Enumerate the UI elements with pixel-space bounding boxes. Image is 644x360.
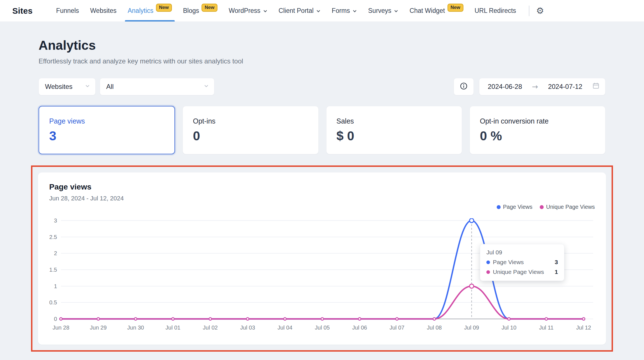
stat-card-opt-ins[interactable]: Opt-ins 0 [183, 106, 318, 154]
nav-item-url-redirects[interactable]: URL Redirects [469, 0, 522, 22]
tooltip-series-value: 1 [555, 269, 558, 275]
filter-bar-right: 2024-06-28 → 2024-07-12 [454, 78, 605, 95]
chart-date-range: Jun 28, 2024 - Jul 12, 2024 [49, 195, 595, 202]
y-axis-tick-label: 0 [54, 316, 57, 322]
info-button[interactable] [454, 78, 474, 95]
highlight-annotation: Page views Jun 28, 2024 - Jul 12, 2024 P… [31, 165, 613, 352]
chevron-down-icon [203, 83, 209, 91]
stat-cards-row: Page views 3 Opt-ins 0 Sales $ 0 Opt-in … [39, 106, 605, 154]
legend-label: Page Views [503, 204, 532, 210]
data-point-unique-page-views-jul-06[interactable] [358, 318, 361, 320]
app-brand: Sites [12, 6, 33, 16]
stat-card-sales[interactable]: Sales $ 0 [326, 106, 462, 154]
nav-item-funnels[interactable]: Funnels [51, 0, 85, 22]
start-date[interactable]: 2024-06-28 [488, 83, 522, 91]
nav-item-label: Websites [90, 7, 117, 15]
top-navigation-bar: Sites FunnelsWebsitesAnalyticsNewBlogsNe… [0, 0, 644, 22]
gear-icon[interactable]: ⚙ [532, 5, 548, 16]
main-content: Analytics Effortlessly track and analyze… [0, 22, 644, 352]
nav-item-surveys[interactable]: Surveys [363, 0, 404, 22]
nav-item-label: Funnels [56, 7, 79, 15]
stat-label: Sales [337, 117, 452, 125]
type-select-value: Websites [45, 83, 72, 91]
series-color-dot [486, 270, 490, 274]
data-point-unique-page-views-jun-28[interactable] [60, 318, 62, 320]
x-axis-tick-label: Jul 05 [315, 325, 330, 331]
stat-label: Page views [49, 117, 164, 125]
data-point-unique-page-views-jun-30[interactable] [134, 318, 137, 320]
date-range-picker[interactable]: 2024-06-28 → 2024-07-12 [479, 78, 605, 95]
data-point-unique-page-views-jul-05[interactable] [321, 318, 324, 320]
x-axis-tick-label: Jul 10 [501, 325, 516, 331]
chevron-down-icon [316, 9, 321, 13]
stat-card-page-views[interactable]: Page views 3 [39, 106, 175, 154]
y-axis-tick-label: 1.5 [49, 267, 57, 273]
x-axis-tick-label: Jul 03 [240, 325, 255, 331]
analytics-page: Sites FunnelsWebsitesAnalyticsNewBlogsNe… [0, 0, 644, 360]
nav-item-client-portal[interactable]: Client Portal [273, 0, 326, 22]
chevron-down-icon [85, 83, 90, 91]
tooltip-series-label: Page Views [493, 259, 524, 266]
x-axis-tick-label: Jul 08 [427, 325, 442, 331]
x-axis-tick-label: Jul 11 [539, 325, 553, 331]
filter-bar: Websites All 2024-06-28 [39, 78, 605, 95]
data-point-unique-page-views-jul-08[interactable] [433, 318, 435, 320]
data-point-unique-page-views-jul-03[interactable] [246, 318, 249, 320]
x-axis-tick-label: Jun 29 [90, 325, 107, 331]
stat-value: 0 [193, 128, 308, 143]
nav-item-wordpress[interactable]: WordPress [223, 0, 273, 22]
chevron-down-icon [394, 9, 398, 13]
series-color-dot [486, 260, 490, 264]
data-point-unique-page-views-jul-09[interactable] [470, 284, 474, 288]
primary-nav: FunnelsWebsitesAnalyticsNewBlogsNewWordP… [51, 0, 522, 22]
chevron-down-icon [263, 9, 267, 13]
site-select[interactable]: All [100, 78, 214, 95]
chart-tooltip: Jul 09 Page Views3Unique Page Views1 [480, 244, 564, 281]
x-axis-tick-label: Jun 30 [127, 325, 144, 331]
end-date[interactable]: 2024-07-12 [548, 83, 583, 91]
calendar-icon [592, 82, 600, 91]
chevron-down-icon [352, 9, 357, 13]
data-point-unique-page-views-jul-07[interactable] [396, 318, 398, 320]
nav-item-blogs[interactable]: BlogsNew [177, 0, 223, 22]
data-point-unique-page-views-jul-02[interactable] [209, 318, 212, 320]
new-badge: New [156, 4, 172, 11]
data-point-unique-page-views-jul-12[interactable] [583, 318, 585, 320]
nav-item-analytics[interactable]: AnalyticsNew [122, 0, 177, 22]
data-point-unique-page-views-jul-04[interactable] [284, 318, 286, 320]
data-point-unique-page-views-jul-10[interactable] [508, 318, 510, 320]
chart-legend: Page ViewsUnique Page Views [497, 204, 595, 210]
x-axis-tick-label: Jul 06 [352, 325, 367, 331]
tooltip-title: Jul 09 [486, 249, 558, 256]
page-subtitle: Effortlessly track and analyze key metri… [39, 57, 605, 65]
data-point-unique-page-views-jul-11[interactable] [545, 318, 548, 320]
data-point-page-views-jul-09[interactable] [470, 219, 474, 223]
legend-item-page-views[interactable]: Page Views [497, 204, 532, 210]
new-badge: New [202, 4, 217, 11]
nav-item-label: Forms [332, 7, 350, 15]
x-axis-tick-label: Jun 28 [53, 325, 69, 331]
nav-item-label: Analytics [128, 7, 153, 15]
nav-item-label: WordPress [229, 7, 260, 15]
data-point-unique-page-views-jul-01[interactable] [172, 318, 174, 320]
type-select[interactable]: Websites [39, 78, 96, 95]
nav-item-forms[interactable]: Forms [326, 0, 363, 22]
data-point-unique-page-views-jun-29[interactable] [97, 318, 100, 320]
site-select-value: All [106, 83, 114, 91]
x-axis-tick-label: Jul 12 [576, 325, 591, 331]
nav-item-label: URL Redirects [475, 7, 516, 15]
nav-divider [529, 6, 529, 16]
nav-item-websites[interactable]: Websites [85, 0, 122, 22]
nav-item-label: Chat Widget [409, 7, 445, 15]
arrow-right-icon: → [532, 82, 538, 91]
legend-item-unique-page-views[interactable]: Unique Page Views [540, 204, 595, 210]
nav-item-chat-widget[interactable]: Chat WidgetNew [404, 0, 469, 22]
x-axis-tick-label: Jul 04 [278, 325, 292, 331]
x-axis-tick-label: Jul 09 [464, 325, 479, 331]
legend-color-dot [497, 205, 501, 209]
stat-card-conversion-rate[interactable]: Opt-in conversion rate 0 % [470, 106, 605, 154]
nav-item-label: Blogs [183, 7, 199, 15]
info-icon [460, 82, 468, 91]
stat-value: 0 % [480, 128, 595, 143]
legend-color-dot [540, 205, 544, 209]
